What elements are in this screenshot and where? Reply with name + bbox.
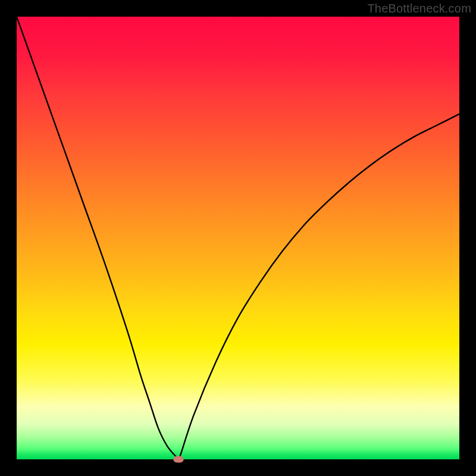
plot-area bbox=[17, 17, 459, 459]
chart-frame: TheBottleneck.com bbox=[0, 0, 476, 476]
optimal-point-marker bbox=[173, 456, 183, 463]
bottleneck-curve bbox=[17, 17, 459, 459]
watermark-text: TheBottleneck.com bbox=[367, 2, 471, 15]
